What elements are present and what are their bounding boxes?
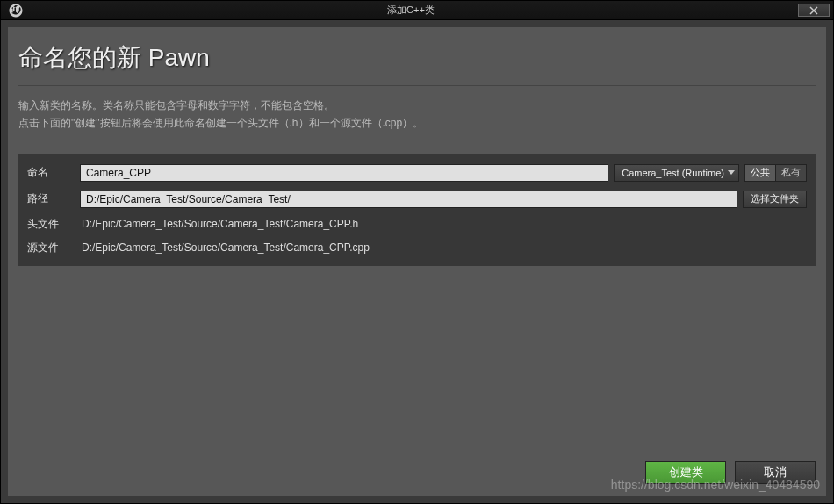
- name-row: 命名 Camera_Test (Runtime) 公共 私有: [27, 164, 807, 182]
- visibility-toggle: 公共 私有: [744, 164, 807, 182]
- class-name-input[interactable]: [80, 164, 608, 182]
- window-title: 添加C++类: [24, 4, 798, 17]
- description-line-1: 输入新类的名称。类名称只能包含字母和数字字符，不能包含空格。: [18, 97, 816, 114]
- form-panel: 命名 Camera_Test (Runtime) 公共 私有 路径 选择文件夹: [18, 154, 816, 266]
- module-dropdown[interactable]: Camera_Test (Runtime): [614, 164, 739, 182]
- path-label: 路径: [27, 191, 80, 206]
- cancel-button[interactable]: 取消: [735, 461, 816, 484]
- name-label: 命名: [27, 165, 80, 180]
- header-section: 命名您的新 Pawn 输入新类的名称。类名称只能包含字母和数字字符，不能包含空格…: [8, 27, 826, 141]
- chevron-down-icon: [728, 170, 735, 175]
- path-row: 路径 选择文件夹: [27, 191, 807, 208]
- close-icon: [809, 6, 818, 15]
- description-line-2: 点击下面的"创建"按钮后将会使用此命名创建一个头文件（.h）和一个源文件（.cp…: [18, 114, 816, 132]
- private-toggle[interactable]: 私有: [775, 164, 807, 182]
- page-title: 命名您的新 Pawn: [18, 41, 816, 75]
- dialog-content: 命名您的新 Pawn 输入新类的名称。类名称只能包含字母和数字字符，不能包含空格…: [8, 27, 826, 496]
- browse-folder-button[interactable]: 选择文件夹: [743, 191, 807, 208]
- unreal-logo-icon: [8, 3, 24, 18]
- titlebar: 添加C++类: [1, 1, 833, 20]
- create-class-button[interactable]: 创建类: [645, 461, 726, 484]
- source-file-label: 源文件: [27, 241, 80, 256]
- public-toggle[interactable]: 公共: [744, 164, 775, 182]
- source-file-value: D:/Epic/Camera_Test/Source/Camera_Test/C…: [80, 241, 807, 254]
- header-file-row: 头文件 D:/Epic/Camera_Test/Source/Camera_Te…: [27, 217, 807, 232]
- module-dropdown-label: Camera_Test (Runtime): [622, 168, 724, 178]
- source-file-row: 源文件 D:/Epic/Camera_Test/Source/Camera_Te…: [27, 241, 807, 256]
- path-input[interactable]: [80, 191, 737, 208]
- header-file-value: D:/Epic/Camera_Test/Source/Camera_Test/C…: [80, 218, 807, 230]
- close-button[interactable]: [798, 4, 830, 17]
- divider: [18, 85, 816, 86]
- footer-buttons: 创建类 取消: [8, 452, 826, 496]
- header-file-label: 头文件: [27, 217, 80, 232]
- dialog-window: 添加C++类 命名您的新 Pawn 输入新类的名称。类名称只能包含字母和数字字符…: [0, 0, 834, 504]
